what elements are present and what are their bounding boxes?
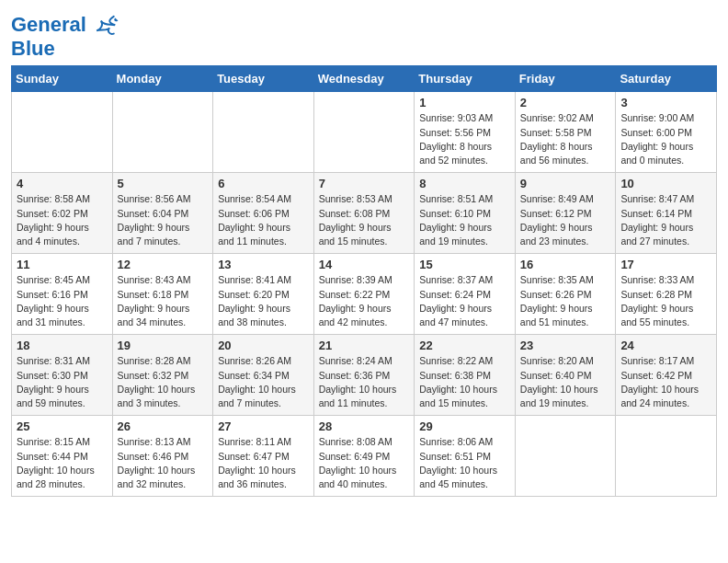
day-info: Sunrise: 8:22 AMSunset: 6:38 PMDaylight:… <box>419 354 510 410</box>
day-number: 12 <box>118 258 209 271</box>
day-number: 16 <box>520 258 611 271</box>
day-info: Sunrise: 8:53 AMSunset: 6:08 PMDaylight:… <box>319 192 410 248</box>
calendar-week-row: 18Sunrise: 8:31 AMSunset: 6:30 PMDayligh… <box>12 335 717 416</box>
day-info: Sunrise: 9:00 AMSunset: 6:00 PMDaylight:… <box>620 111 711 167</box>
day-info: Sunrise: 8:58 AMSunset: 6:02 PMDaylight:… <box>17 192 108 248</box>
calendar-week-row: 25Sunrise: 8:15 AMSunset: 6:44 PMDayligh… <box>12 416 717 497</box>
calendar-cell: 8Sunrise: 8:51 AMSunset: 6:10 PMDaylight… <box>415 173 516 254</box>
day-number: 24 <box>620 339 711 352</box>
calendar-cell: 26Sunrise: 8:13 AMSunset: 6:46 PMDayligh… <box>112 416 213 497</box>
day-number: 20 <box>218 339 309 352</box>
calendar-cell: 9Sunrise: 8:49 AMSunset: 6:12 PMDaylight… <box>515 173 616 254</box>
day-number: 1 <box>419 96 510 109</box>
header: General Blue <box>11 9 717 60</box>
day-info: Sunrise: 8:06 AMSunset: 6:51 PMDaylight:… <box>419 435 510 491</box>
day-info: Sunrise: 8:37 AMSunset: 6:24 PMDaylight:… <box>419 273 510 329</box>
day-info: Sunrise: 8:13 AMSunset: 6:46 PMDaylight:… <box>118 435 209 491</box>
calendar-cell: 11Sunrise: 8:45 AMSunset: 6:16 PMDayligh… <box>12 254 113 335</box>
calendar-header-row: SundayMondayTuesdayWednesdayThursdayFrid… <box>12 66 717 92</box>
calendar-cell: 14Sunrise: 8:39 AMSunset: 6:22 PMDayligh… <box>313 254 415 335</box>
day-info: Sunrise: 8:26 AMSunset: 6:34 PMDaylight:… <box>218 354 309 410</box>
day-info: Sunrise: 8:43 AMSunset: 6:18 PMDaylight:… <box>118 273 209 329</box>
calendar-cell: 29Sunrise: 8:06 AMSunset: 6:51 PMDayligh… <box>415 416 516 497</box>
day-number: 13 <box>218 258 309 271</box>
day-number: 6 <box>218 177 309 190</box>
day-number: 26 <box>118 419 209 433</box>
day-info: Sunrise: 8:45 AMSunset: 6:16 PMDaylight:… <box>17 273 108 329</box>
day-number: 5 <box>118 177 209 190</box>
logo: General Blue <box>11 13 119 60</box>
day-info: Sunrise: 8:31 AMSunset: 6:30 PMDaylight:… <box>17 354 108 410</box>
col-header-friday: Friday <box>515 66 616 92</box>
calendar-cell: 12Sunrise: 8:43 AMSunset: 6:18 PMDayligh… <box>112 254 213 335</box>
calendar-cell: 18Sunrise: 8:31 AMSunset: 6:30 PMDayligh… <box>12 335 113 416</box>
calendar-cell: 5Sunrise: 8:56 AMSunset: 6:04 PMDaylight… <box>112 173 213 254</box>
calendar-cell: 28Sunrise: 8:08 AMSunset: 6:49 PMDayligh… <box>313 416 415 497</box>
calendar-cell: 19Sunrise: 8:28 AMSunset: 6:32 PMDayligh… <box>112 335 213 416</box>
calendar-cell <box>515 416 616 497</box>
day-number: 11 <box>17 258 108 271</box>
calendar-week-row: 11Sunrise: 8:45 AMSunset: 6:16 PMDayligh… <box>12 254 717 335</box>
day-info: Sunrise: 8:35 AMSunset: 6:26 PMDaylight:… <box>520 273 611 329</box>
calendar-cell: 16Sunrise: 8:35 AMSunset: 6:26 PMDayligh… <box>515 254 616 335</box>
calendar-week-row: 1Sunrise: 9:03 AMSunset: 5:56 PMDaylight… <box>12 92 717 173</box>
calendar-cell: 24Sunrise: 8:17 AMSunset: 6:42 PMDayligh… <box>616 335 717 416</box>
col-header-monday: Monday <box>112 66 213 92</box>
calendar-cell: 7Sunrise: 8:53 AMSunset: 6:08 PMDaylight… <box>313 173 415 254</box>
day-number: 22 <box>419 339 510 352</box>
day-info: Sunrise: 8:20 AMSunset: 6:40 PMDaylight:… <box>520 354 611 410</box>
calendar-cell: 20Sunrise: 8:26 AMSunset: 6:34 PMDayligh… <box>213 335 314 416</box>
calendar-cell: 13Sunrise: 8:41 AMSunset: 6:20 PMDayligh… <box>213 254 314 335</box>
day-info: Sunrise: 8:08 AMSunset: 6:49 PMDaylight:… <box>319 435 410 491</box>
day-number: 10 <box>620 177 711 190</box>
day-info: Sunrise: 8:17 AMSunset: 6:42 PMDaylight:… <box>620 354 711 410</box>
calendar-cell: 25Sunrise: 8:15 AMSunset: 6:44 PMDayligh… <box>12 416 113 497</box>
calendar-cell: 2Sunrise: 9:02 AMSunset: 5:58 PMDaylight… <box>515 92 616 173</box>
day-info: Sunrise: 9:02 AMSunset: 5:58 PMDaylight:… <box>520 111 611 167</box>
day-info: Sunrise: 8:11 AMSunset: 6:47 PMDaylight:… <box>218 435 309 491</box>
day-number: 21 <box>319 339 410 352</box>
day-info: Sunrise: 8:28 AMSunset: 6:32 PMDaylight:… <box>118 354 209 410</box>
day-info: Sunrise: 8:15 AMSunset: 6:44 PMDaylight:… <box>17 435 108 491</box>
col-header-wednesday: Wednesday <box>313 66 415 92</box>
day-info: Sunrise: 8:47 AMSunset: 6:14 PMDaylight:… <box>620 192 711 248</box>
calendar-cell: 27Sunrise: 8:11 AMSunset: 6:47 PMDayligh… <box>213 416 314 497</box>
calendar-cell <box>313 92 415 173</box>
calendar-cell: 17Sunrise: 8:33 AMSunset: 6:28 PMDayligh… <box>616 254 717 335</box>
day-number: 4 <box>17 177 108 190</box>
day-number: 29 <box>419 419 510 433</box>
day-info: Sunrise: 8:54 AMSunset: 6:06 PMDaylight:… <box>218 192 309 248</box>
day-info: Sunrise: 9:03 AMSunset: 5:56 PMDaylight:… <box>419 111 510 167</box>
day-number: 23 <box>520 339 611 352</box>
logo-bird-icon <box>94 13 119 39</box>
day-number: 18 <box>17 339 108 352</box>
calendar-cell: 23Sunrise: 8:20 AMSunset: 6:40 PMDayligh… <box>515 335 616 416</box>
day-number: 25 <box>17 419 108 433</box>
day-number: 2 <box>520 96 611 109</box>
col-header-thursday: Thursday <box>415 66 516 92</box>
day-info: Sunrise: 8:41 AMSunset: 6:20 PMDaylight:… <box>218 273 309 329</box>
calendar-cell: 21Sunrise: 8:24 AMSunset: 6:36 PMDayligh… <box>313 335 415 416</box>
logo-blue: Blue <box>11 37 119 60</box>
day-number: 14 <box>319 258 410 271</box>
calendar-cell: 6Sunrise: 8:54 AMSunset: 6:06 PMDaylight… <box>213 173 314 254</box>
day-number: 27 <box>218 419 309 433</box>
day-info: Sunrise: 8:33 AMSunset: 6:28 PMDaylight:… <box>620 273 711 329</box>
logo-text: General <box>11 13 119 39</box>
calendar-cell <box>112 92 213 173</box>
calendar-cell: 1Sunrise: 9:03 AMSunset: 5:56 PMDaylight… <box>415 92 516 173</box>
day-number: 15 <box>419 258 510 271</box>
calendar-cell: 3Sunrise: 9:00 AMSunset: 6:00 PMDaylight… <box>616 92 717 173</box>
day-number: 17 <box>620 258 711 271</box>
calendar-table: SundayMondayTuesdayWednesdayThursdayFrid… <box>11 65 717 497</box>
day-info: Sunrise: 8:56 AMSunset: 6:04 PMDaylight:… <box>118 192 209 248</box>
calendar-cell <box>616 416 717 497</box>
calendar-page: General Blue SundayMondayTuesdayWednesda… <box>0 0 728 506</box>
day-number: 9 <box>520 177 611 190</box>
col-header-sunday: Sunday <box>12 66 113 92</box>
day-number: 19 <box>118 339 209 352</box>
day-number: 7 <box>319 177 410 190</box>
day-number: 28 <box>319 419 410 433</box>
day-number: 8 <box>419 177 510 190</box>
calendar-cell <box>213 92 314 173</box>
